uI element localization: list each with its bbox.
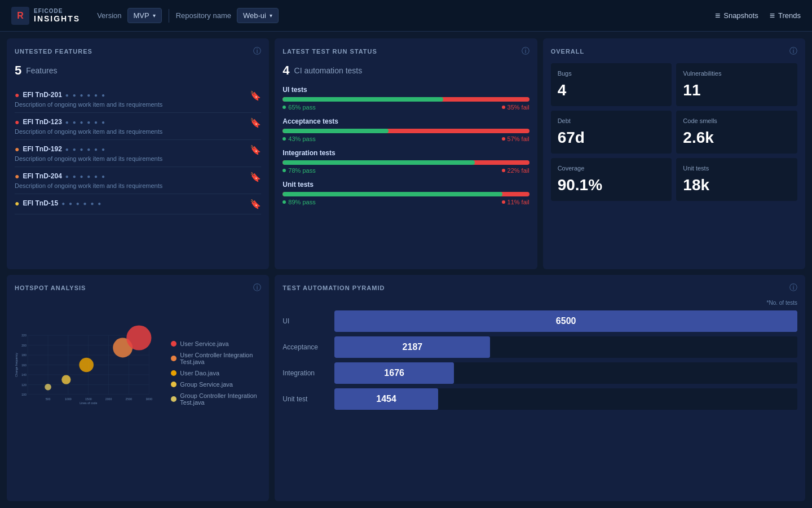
- test-category: Unit tests 89% pass 11% fail: [283, 181, 529, 205]
- logo-top: EFICODE: [34, 8, 80, 14]
- nav-separator: [169, 9, 169, 23]
- feature-dots: ● ● ● ● ● ●: [65, 119, 106, 125]
- hotspot-panel: HOTSPOT ANALYSIS ⓘ 220200180160140120100…: [7, 275, 269, 501]
- pyramid-bar-fill: 2187: [334, 336, 490, 358]
- dot-green: [283, 106, 286, 109]
- chart-area: 2202001801601401201005001000150020002500…: [15, 300, 261, 446]
- dot-red: [502, 169, 505, 172]
- bookmark-icon[interactable]: 🔖: [250, 144, 261, 155]
- progress-bar-fill: [283, 192, 502, 196]
- svg-text:220: 220: [21, 334, 27, 337]
- priority-icon: ●: [15, 172, 19, 181]
- feature-desc: Description of ongoing work item and its…: [15, 101, 162, 108]
- legend-dot: [171, 396, 176, 402]
- feature-item: ● EFI TnD-192 ● ● ● ● ● ● Description of…: [15, 140, 261, 167]
- feature-item-title: ● EFI TnD-201 ● ● ● ● ● ●: [15, 90, 162, 99]
- feature-list: ● EFI TnD-201 ● ● ● ● ● ● Description of…: [15, 86, 261, 214]
- ci-count: 4 CI automation tests: [283, 63, 529, 78]
- svg-text:Change frequency: Change frequency: [15, 353, 18, 377]
- hotspot-header: HOTSPOT ANALYSIS ⓘ: [15, 283, 261, 293]
- test-run-panel: LATEST TEST RUN STATUS ⓘ 4 CI automation…: [275, 38, 537, 269]
- untested-title: UNTESTED FEATURES: [15, 48, 92, 55]
- feature-dots: ● ● ● ● ● ●: [61, 200, 102, 207]
- pass-label: 43% pass: [283, 135, 315, 142]
- test-cat-title: UI tests: [283, 86, 529, 94]
- legend-item: User Controller Integration Test.java: [171, 352, 261, 365]
- feature-item-left: ● EFI TnD-192 ● ● ● ● ● ● Description of…: [15, 144, 162, 162]
- test-run-title: LATEST TEST RUN STATUS: [283, 48, 377, 55]
- svg-text:120: 120: [21, 383, 27, 387]
- hotspot-title: HOTSPOT ANALYSIS: [15, 284, 86, 291]
- pyramid-title: TEST AUTOMATION PYRAMID: [283, 284, 385, 291]
- ci-label: CI automation tests: [294, 66, 363, 75]
- pyramid-row: Acceptance 2187: [283, 336, 797, 358]
- legend-dot: [171, 382, 176, 387]
- pyramid-row-label: Acceptance: [283, 343, 328, 351]
- feature-item-title: ● EFI TnD-15 ● ● ● ● ● ●: [15, 199, 102, 208]
- untested-info-icon[interactable]: ⓘ: [253, 46, 261, 56]
- svg-text:100: 100: [21, 393, 27, 396]
- progress-bar-bg: [283, 129, 529, 133]
- bookmark-icon[interactable]: 🔖: [250, 199, 261, 209]
- progress-labels: 89% pass 11% fail: [283, 199, 529, 205]
- metric-label: Code smells: [683, 117, 791, 124]
- progress-bar-fill: [283, 129, 389, 133]
- bookmark-icon[interactable]: 🔖: [250, 172, 261, 182]
- test-category: UI tests 65% pass 35% fail: [283, 86, 529, 111]
- repo-value: Web-ui: [243, 11, 266, 20]
- svg-text:2500: 2500: [126, 397, 133, 401]
- pyramid-bar-container: 6500: [334, 310, 797, 332]
- feature-item-title: ● EFI TnD-123 ● ● ● ● ● ●: [15, 117, 162, 126]
- legend-item: User Dao.java: [171, 370, 261, 376]
- scatter-container: 2202001801601401201005001000150020002500…: [15, 300, 165, 446]
- bookmark-icon[interactable]: 🔖: [250, 117, 261, 128]
- repo-group: Repository name Web-ui ▾: [176, 8, 279, 23]
- feature-item-left: ● EFI TnD-201 ● ● ● ● ● ● Description of…: [15, 90, 162, 108]
- repo-dropdown[interactable]: Web-ui ▾: [237, 8, 279, 23]
- legend-item: Group Service.java: [171, 381, 261, 388]
- feature-desc: Description of ongoing work item and its…: [15, 155, 162, 162]
- pyramid-note: *No. of tests: [283, 300, 797, 306]
- priority-icon: ●: [15, 90, 19, 99]
- metric-value: 67d: [558, 129, 665, 147]
- pyramid-bar-fill: 6500: [334, 310, 797, 332]
- snapshots-button[interactable]: ≡ Snapshots: [715, 11, 758, 21]
- pyramid-bar-value: 1676: [384, 368, 404, 378]
- fail-label: 11% fail: [502, 199, 529, 205]
- metric-card: Unit tests 18k: [676, 158, 797, 201]
- svg-text:3000: 3000: [145, 397, 152, 401]
- feature-item-title: ● EFI TnD-204 ● ● ● ● ● ●: [15, 172, 162, 181]
- repo-label: Repository name: [176, 11, 231, 20]
- bookmark-icon[interactable]: 🔖: [250, 90, 261, 101]
- pyramid-row-label: Unit test: [283, 395, 328, 403]
- untested-features-panel: UNTESTED FEATURES ⓘ 5 Features ● EFI TnD…: [7, 38, 269, 269]
- version-dropdown[interactable]: MVP ▾: [127, 8, 162, 23]
- feature-name: EFI TnD-204: [23, 172, 61, 180]
- svg-text:200: 200: [21, 344, 27, 347]
- test-category: Acceptance tests 43% pass 57% fail: [283, 117, 529, 142]
- test-run-info-icon[interactable]: ⓘ: [522, 46, 529, 56]
- overall-header: OVERALL ⓘ: [551, 46, 797, 56]
- legend-label: User Controller Integration Test.java: [180, 352, 261, 365]
- overall-info-icon[interactable]: ⓘ: [789, 46, 797, 56]
- priority-icon: ●: [15, 117, 19, 126]
- metric-card: Debt 67d: [551, 111, 672, 154]
- test-cat-title: Acceptance tests: [283, 117, 529, 125]
- hotspot-info-icon[interactable]: ⓘ: [253, 283, 261, 293]
- chevron-down-icon-2: ▾: [270, 12, 272, 19]
- feature-name: EFI TnD-15: [23, 199, 58, 207]
- feature-item-title: ● EFI TnD-192 ● ● ● ● ● ●: [15, 144, 162, 154]
- dot-red: [502, 106, 505, 109]
- feature-name: EFI TnD-192: [23, 145, 61, 153]
- metric-card: Coverage 90.1%: [551, 158, 672, 201]
- feature-count-label: Features: [26, 66, 57, 75]
- pyramid-info-icon[interactable]: ⓘ: [789, 283, 797, 293]
- svg-text:160: 160: [21, 364, 27, 367]
- dot-green: [283, 169, 286, 172]
- legend-label: Group Service.java: [180, 381, 233, 388]
- metric-value: 90.1%: [558, 176, 665, 194]
- fail-label: 57% fail: [502, 135, 529, 142]
- svg-point-29: [45, 384, 51, 391]
- svg-point-31: [79, 358, 94, 373]
- trends-button[interactable]: ≡ Trends: [770, 11, 801, 21]
